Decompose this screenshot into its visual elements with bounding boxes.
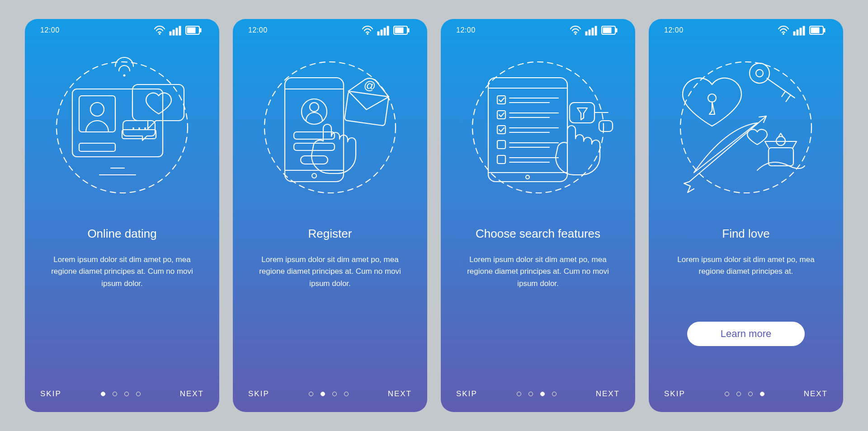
- hero-illustration: [456, 42, 620, 213]
- onboarding-screen: 12:00 Find loveLorem ipsum dolor sit dim…: [649, 19, 843, 412]
- screen-description: Lorem ipsum dolor sit dim amet po, mea r…: [456, 254, 620, 313]
- pager-dot[interactable]: [101, 392, 105, 396]
- screen-title: Register: [248, 218, 412, 249]
- pager-dot[interactable]: [113, 392, 117, 396]
- status-time: 12:00: [664, 26, 684, 34]
- search-features-icon: [463, 53, 613, 202]
- pager-dots: [309, 392, 349, 396]
- skip-button[interactable]: SKIP: [248, 389, 269, 398]
- pager-dot[interactable]: [760, 392, 764, 396]
- status-bar: 12:00: [664, 19, 828, 42]
- next-button[interactable]: NEXT: [804, 389, 828, 398]
- pager-dot[interactable]: [321, 392, 325, 396]
- status-time: 12:00: [248, 26, 268, 34]
- hero-illustration: [248, 42, 412, 213]
- pager-dot[interactable]: [540, 392, 545, 396]
- pager-dot[interactable]: [344, 392, 349, 396]
- status-icons: [154, 24, 204, 36]
- pager-dot[interactable]: [736, 392, 741, 396]
- screen-title: Choose search features: [456, 218, 620, 249]
- screen-title: Find love: [664, 218, 828, 249]
- onboarding-screen: 12:00 Choose search featuresLorem ipsum …: [441, 19, 635, 412]
- onboarding-screen: 12:00 Online datingLorem ipsum dolor sit…: [25, 19, 219, 412]
- next-button[interactable]: NEXT: [596, 389, 620, 398]
- status-icons: [778, 24, 828, 36]
- find-love-icon: [671, 53, 821, 202]
- pager-dots: [101, 392, 141, 396]
- pager: SKIPNEXT: [40, 376, 204, 412]
- pager-dot[interactable]: [136, 392, 141, 396]
- status-time: 12:00: [40, 26, 60, 34]
- wifi-signal-battery-icon: [154, 24, 204, 36]
- status-bar: 12:00: [248, 19, 412, 42]
- pager-dot[interactable]: [552, 392, 557, 396]
- pager-dot[interactable]: [748, 392, 753, 396]
- next-button[interactable]: NEXT: [180, 389, 204, 398]
- pager-dot[interactable]: [332, 392, 337, 396]
- status-bar: 12:00: [40, 19, 204, 42]
- pager-dot[interactable]: [124, 392, 129, 396]
- screen-title: Online dating: [40, 218, 204, 249]
- screen-description: Lorem ipsum dolor sit dim amet po, mea r…: [40, 254, 204, 313]
- screen-description: Lorem ipsum dolor sit dim amet po, mea r…: [248, 254, 412, 313]
- skip-button[interactable]: SKIP: [40, 389, 61, 398]
- pager-dots: [517, 392, 557, 396]
- learn-more-button[interactable]: Learn more: [687, 322, 805, 346]
- pager-dot[interactable]: [517, 392, 521, 396]
- status-icons: [570, 24, 620, 36]
- hero-illustration: [664, 42, 828, 213]
- status-icons: [362, 24, 412, 36]
- onboarding-screen: 12:00 RegisterLorem ipsum dolor sit dim …: [233, 19, 427, 412]
- screen-description: Lorem ipsum dolor sit dim amet po, mea r…: [664, 254, 828, 313]
- skip-button[interactable]: SKIP: [456, 389, 477, 398]
- pager: SKIPNEXT: [456, 376, 620, 412]
- status-time: 12:00: [456, 26, 476, 34]
- pager-dots: [725, 392, 764, 396]
- pager-dot[interactable]: [725, 392, 729, 396]
- online-dating-icon: [47, 53, 197, 202]
- next-button[interactable]: NEXT: [388, 389, 412, 398]
- pager: SKIPNEXT: [248, 376, 412, 412]
- wifi-signal-battery-icon: [570, 24, 620, 36]
- pager-dot[interactable]: [309, 392, 313, 396]
- status-bar: 12:00: [456, 19, 620, 42]
- pager-dot[interactable]: [528, 392, 533, 396]
- hero-illustration: [40, 42, 204, 213]
- wifi-signal-battery-icon: [778, 24, 828, 36]
- wifi-signal-battery-icon: [362, 24, 412, 36]
- register-icon: [255, 53, 405, 202]
- skip-button[interactable]: SKIP: [664, 389, 685, 398]
- pager: SKIPNEXT: [664, 376, 828, 412]
